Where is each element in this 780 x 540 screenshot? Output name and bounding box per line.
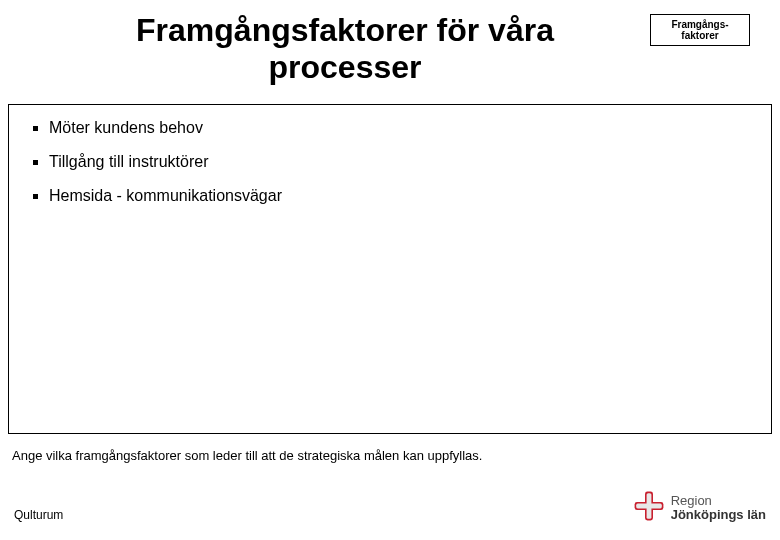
footer-left-text: Qulturum: [14, 508, 63, 522]
logo-text-block: Region Jönköpings län: [671, 494, 766, 521]
list-item: Tillgång till instruktörer: [33, 153, 747, 171]
footer-logo: Region Jönköpings län: [633, 490, 766, 526]
content-box: Möter kundens behov Tillgång till instru…: [8, 104, 772, 434]
corner-label-box: Framgångs-faktorer: [650, 14, 750, 46]
logo-line-1: Region: [671, 494, 766, 508]
logo-line-2: Jönköpings län: [671, 508, 766, 522]
region-plus-icon: [633, 490, 665, 526]
slide-title: Framgångsfaktorer för våra processer: [115, 12, 575, 86]
list-item: Möter kundens behov: [33, 119, 747, 137]
hint-text: Ange vilka framgångsfaktorer som leder t…: [12, 448, 482, 463]
bullet-list: Möter kundens behov Tillgång till instru…: [33, 119, 747, 205]
list-item: Hemsida - kommunikationsvägar: [33, 187, 747, 205]
svg-rect-3: [636, 504, 662, 509]
corner-label-text: Framgångs-faktorer: [671, 19, 728, 42]
